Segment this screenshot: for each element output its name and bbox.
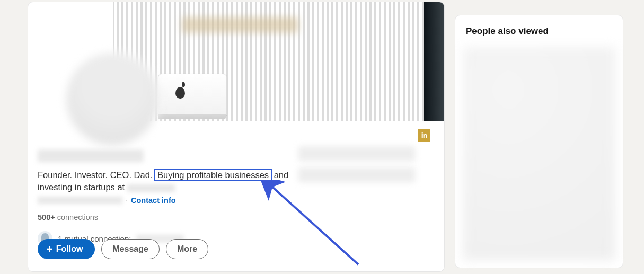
location-contact-row: · Contact info	[38, 196, 313, 205]
follow-button[interactable]: + Follow	[38, 239, 95, 259]
connections-number: 500+	[38, 213, 55, 222]
profile-actions: + Follow Message More	[38, 239, 208, 259]
follow-button-label: Follow	[56, 244, 83, 254]
connections-count[interactable]: 500+ connections	[38, 213, 313, 222]
profile-intro: Founder. Investor. CEO. Dad. Buying prof…	[38, 149, 313, 246]
cover-signage-blurred	[182, 17, 298, 33]
cover-edge	[424, 2, 444, 121]
headline-text-pre: Founder. Investor. CEO. Dad.	[38, 170, 155, 180]
current-company-blurred	[298, 146, 415, 161]
location-blurred	[38, 197, 122, 204]
profile-card: in Founder. Investor. CEO. Dad. Buying p…	[28, 2, 445, 272]
more-button[interactable]: More	[166, 239, 208, 259]
education-blurred	[298, 167, 415, 182]
message-button[interactable]: Message	[101, 239, 160, 259]
people-also-viewed-card: People also viewed	[455, 15, 623, 268]
cover-monitor	[158, 74, 237, 121]
headline-company-blurred	[127, 184, 175, 192]
people-also-viewed-list-blurred	[463, 47, 615, 260]
contact-info-link[interactable]: Contact info	[131, 196, 176, 205]
linkedin-badge-icon: in	[418, 129, 430, 142]
annotation-highlight-box: Buying profitable businesses	[154, 169, 272, 181]
profile-name-blurred	[38, 149, 144, 162]
separator-dot: ·	[126, 196, 128, 205]
profile-headline: Founder. Investor. CEO. Dad. Buying prof…	[38, 169, 313, 193]
profile-photo-blurred	[64, 51, 161, 147]
connections-label: connections	[55, 213, 98, 222]
people-also-viewed-title: People also viewed	[466, 26, 612, 37]
plus-icon: +	[47, 245, 53, 253]
